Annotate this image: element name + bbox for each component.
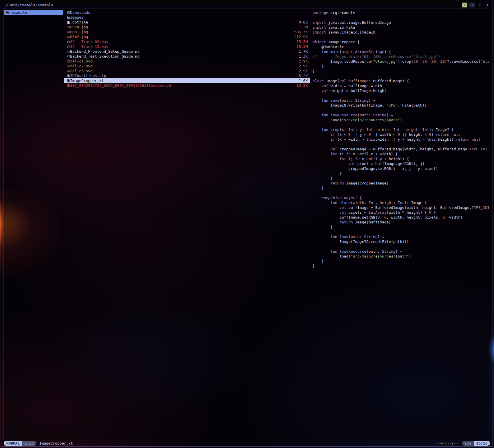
- workspace-badge-1[interactable]: 1: [462, 3, 467, 7]
- file-size: 1.3K: [299, 54, 308, 58]
- code-line: [313, 230, 489, 235]
- download-icon: [67, 11, 70, 14]
- file-size: 1.6K: [299, 78, 308, 83]
- status-bar: NORMAL 1.6K ImageCropper.kt -rw-r--r-- 9…: [1, 440, 493, 446]
- code-line: }: [313, 186, 489, 191]
- code-line: val width = buffImage.width: [313, 84, 489, 89]
- file-name: 0042.jpg: [70, 35, 292, 39]
- file-size: 5.2K: [299, 74, 308, 78]
- parent-dir-item[interactable]: example: [4, 10, 63, 15]
- file-name: cal-c3.svg: [70, 69, 297, 73]
- file-row[interactable]: Downloads: [64, 10, 310, 15]
- workspace-badge-2[interactable]: 2: [477, 3, 482, 7]
- code-line: Image.loadResource("black.jpg").crop(50,…: [313, 59, 489, 64]
- file-row[interactable]: 09 - Track 09.wav15.3M: [64, 39, 310, 44]
- file-size: 15.3M: [297, 40, 308, 44]
- code-line: buffImage.setRGB(0, 0, width, height, pi…: [313, 215, 489, 220]
- code-line: }: [313, 225, 489, 230]
- folder-icon: [67, 16, 70, 19]
- file-row[interactable]: cal-c1.svg2.9K: [64, 59, 310, 64]
- file-name: 09 - Track 09.wav: [70, 40, 294, 44]
- panels-wrap: example DownloadsImages.dotfile0.0B0028.…: [1, 9, 493, 440]
- image-icon: [67, 60, 70, 63]
- code-line: object ImageCropper {: [313, 40, 489, 45]
- file-row[interactable]: .dotfile0.0B: [64, 20, 310, 25]
- cursor-position: 15/16: [474, 441, 490, 446]
- file-row[interactable]: 0042.jpg212.9K: [64, 34, 310, 39]
- code-line: [313, 15, 489, 20]
- file-name: SBI_0032013739_2023_DE05_0003155631Invoi…: [70, 83, 294, 88]
- code-line: val croppedImage = BufferedImage(width, …: [313, 147, 489, 152]
- file-name: Backend_Frontend_Setup_Guide.md: [70, 49, 297, 54]
- file-size: 2.9K: [299, 69, 308, 73]
- code-line: }: [313, 171, 489, 176]
- code-line: }: [313, 69, 489, 74]
- file-row[interactable]: Images: [64, 15, 310, 20]
- code-line: [313, 93, 489, 98]
- yazi-window: ~/Data/example/example 1123 example Down…: [1, 1, 493, 447]
- code-line: for (i in x until x + width) {: [313, 152, 489, 157]
- pdf-icon: [67, 84, 70, 87]
- file-row[interactable]: cal-c3.svg2.9K: [64, 68, 310, 73]
- file-name: IDEAsettings.zip: [70, 74, 297, 78]
- code-line: val height = buffImage.height: [313, 89, 489, 93]
- code-line: [313, 108, 489, 113]
- file-row[interactable]: 15 - Track 15.wav15.3M: [64, 44, 310, 49]
- code-line: }: [313, 64, 489, 69]
- code-line: class Image(val buffImage: BufferedImage…: [313, 79, 489, 84]
- image-icon: [67, 30, 70, 34]
- workspace-badge-1[interactable]: 1: [469, 3, 475, 7]
- breadcrumb-path: ~/Data/example/example: [4, 3, 53, 7]
- code-preview-panel[interactable]: package org.example import java.awt.imag…: [310, 9, 489, 440]
- code-line: Image(ImageIO.read(File(path))): [313, 239, 489, 244]
- code-line: val buffImage = BufferedImage(width, hei…: [313, 205, 489, 210]
- code-line: if (x < 0 || y < 0 || width < 0 || heigh…: [313, 132, 489, 137]
- code-line: [313, 244, 489, 249]
- file-size: 1.3M: [299, 25, 308, 29]
- file-size: 2.9K: [299, 64, 308, 68]
- code-line: }: [313, 259, 489, 264]
- code-line: import java.awt.image.BufferedImage: [313, 20, 489, 25]
- markdown-icon: [67, 55, 70, 58]
- file-name: cal-c1.svg: [70, 59, 297, 63]
- code-line: fun main(args: Array<String>) {: [313, 50, 489, 54]
- file-row[interactable]: 0031.jpg586.3K: [64, 30, 310, 34]
- file-icon: [67, 21, 70, 24]
- mode-badge: NORMAL: [4, 441, 22, 446]
- file-list-panel: DownloadsImages.dotfile0.0B0028.jpg1.3M0…: [64, 9, 310, 440]
- code-line: fun crop(x: Int, y: Int, width: Int, hei…: [313, 127, 489, 132]
- code-line: fun loadResource(path: String) =: [313, 249, 489, 254]
- code-line: val pixel = buffImage.getRGB(i, j): [313, 162, 489, 166]
- code-line: [313, 142, 489, 147]
- file-name: ImageCropper.kt: [70, 78, 297, 83]
- statusbar-filename: ImageCropper.kt: [39, 441, 73, 445]
- file-row[interactable]: IDEAsettings.zip5.2K: [64, 73, 310, 78]
- parent-directory-panel: example: [3, 9, 64, 440]
- audio-icon: [67, 45, 70, 48]
- file-name: cal-c2.svg: [70, 64, 297, 68]
- code-line: // Image.black(100, 100).saveResource("b…: [313, 54, 489, 59]
- file-row[interactable]: SBI_0032013739_2023_DE05_0003155631Invoi…: [64, 83, 310, 88]
- image-icon: [67, 25, 70, 29]
- file-name: 0031.jpg: [70, 30, 292, 34]
- file-row[interactable]: cal-c2.svg2.9K: [64, 64, 310, 68]
- code-line: import javax.imageio.ImageIO: [313, 30, 489, 35]
- file-name: Backend_Test_Execution_Guide.md: [70, 54, 297, 58]
- file-row[interactable]: Backend_Test_Execution_Guide.md1.3K: [64, 54, 310, 59]
- workspace-badge-3[interactable]: 3: [484, 3, 490, 7]
- code-line: croppedImage.setRGB(i - x, j - y, pixel): [313, 166, 489, 171]
- mode-pill: NORMAL 1.6K: [4, 441, 36, 446]
- code-line: load("src/main/resources/$path"): [313, 254, 489, 259]
- code-line: fun saveResource(path: String) =: [313, 113, 489, 118]
- audio-icon: [67, 40, 70, 44]
- code-line: companion object {: [313, 196, 489, 201]
- file-row[interactable]: 0028.jpg1.3M: [64, 25, 310, 30]
- code-line: fun black(width: Int, height: Int): Imag…: [313, 201, 489, 205]
- file-size: 2.9K: [299, 59, 308, 63]
- file-row[interactable]: ImageCropper.kt1.6K: [64, 78, 310, 83]
- file-size: 586.3K: [294, 30, 308, 34]
- code-line: for (j in y until y + height) {: [313, 157, 489, 162]
- code-line: val pixels = IntArray(width * height) { …: [313, 210, 489, 215]
- code-line: @JvmStatic: [313, 45, 489, 50]
- file-row[interactable]: Backend_Frontend_Setup_Guide.md1.7K: [64, 49, 310, 54]
